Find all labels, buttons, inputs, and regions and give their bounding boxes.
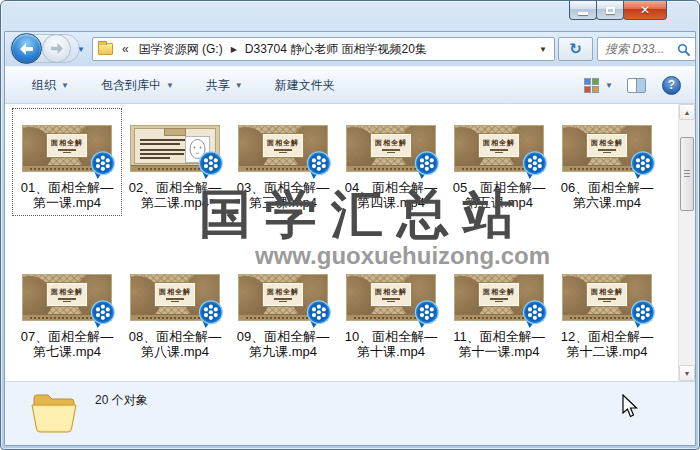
file-name: 12、面相全解— 第十二课.mp4 (553, 329, 661, 359)
thumb-panel-subtitle-bar2 (603, 152, 611, 153)
film-reel-icon (412, 150, 440, 180)
file-grid-row2: 面相全解 (13, 258, 661, 364)
thumb-panel-subtitle-bar2 (387, 152, 395, 153)
thumb-panel-subtitle-bar2 (279, 301, 287, 302)
window-controls: ✕ (570, 1, 667, 20)
scroll-up-icon[interactable]: ▲ (679, 104, 695, 120)
toolbar-new-folder-button[interactable]: 新建文件夹 (275, 77, 335, 94)
views-grid-icon[interactable] (584, 78, 599, 93)
file-name-line1: 02、面相全解— (121, 180, 229, 195)
forward-button[interactable] (42, 34, 71, 63)
address-dropdown-icon[interactable]: ▼ (539, 45, 547, 54)
address-bar[interactable]: « 国学资源网 (G:) ▶ D33704 静心老师 面相学视频20集 ▼ (92, 37, 555, 61)
minimize-button[interactable] (569, 1, 597, 20)
chevron-down-icon: ▼ (166, 81, 174, 90)
preview-pane-icon[interactable] (627, 78, 646, 93)
toolbar-share-label: 共享 (206, 77, 230, 94)
help-button[interactable]: ? (662, 76, 681, 95)
thumbnail-title-panel: 面相全解 (478, 282, 520, 307)
film-reel-icon (628, 150, 656, 180)
command-toolbar: 组织 ▼ 包含到库中 ▼ 共享 ▼ 新建文件夹 ▼ ? (5, 66, 695, 104)
thumb-panel-subtitle-bar (382, 149, 400, 151)
thumb-panel-subtitle-bar2 (63, 301, 71, 302)
search-box (597, 37, 696, 61)
slide-header-tab (164, 128, 186, 136)
file-name: 08、面相全解— 第八课.mp4 (121, 329, 229, 359)
close-button[interactable]: ✕ (623, 1, 667, 20)
film-reel-icon (304, 150, 332, 180)
file-name-line2: 第二课.mp4 (121, 195, 229, 210)
thumb-panel-title: 面相全解 (267, 288, 299, 295)
file-name-line2: 第三课.mp4 (229, 195, 337, 210)
search-input[interactable] (598, 42, 677, 56)
file-item[interactable]: 面相全解 (337, 258, 445, 364)
arrow-cursor-icon (621, 394, 638, 419)
video-thumbnail: 面相全解 (454, 274, 544, 321)
thumbnail-title-panel: 面相全解 (262, 282, 304, 307)
scrollbar-thumb[interactable] (680, 137, 694, 211)
thumbnail-title-panel: 面相全解 (262, 133, 304, 158)
file-name-line2: 第六课.mp4 (553, 195, 661, 210)
video-thumbnail: 面相全解 (562, 125, 652, 172)
toolbar-share-button[interactable]: 共享 ▼ (206, 77, 243, 94)
film-reel-icon (412, 299, 440, 329)
film-reel-icon (196, 299, 224, 329)
thumb-panel-subtitle-bar (598, 149, 616, 151)
scroll-down-icon[interactable]: ▼ (679, 365, 695, 381)
thumb-panel-subtitle-bar (490, 149, 508, 151)
thumb-panel-subtitle-bar (274, 298, 292, 300)
views-dropdown-icon[interactable]: ▼ (605, 81, 613, 90)
file-name-line1: 06、面相全解— (553, 180, 661, 195)
file-item[interactable]: 面相全解 (229, 258, 337, 364)
file-item[interactable]: 面相全解 (121, 109, 229, 215)
back-button[interactable] (11, 33, 42, 64)
video-thumbnail: 面相全解 (22, 125, 112, 172)
file-name-line2: 第一课.mp4 (13, 195, 121, 210)
file-item[interactable]: 面相全解 (553, 258, 661, 364)
file-item[interactable]: 面相全解 (337, 109, 445, 215)
breadcrumb-overflow-icon[interactable]: « (122, 42, 129, 56)
thumbnail-title-panel: 面相全解 (586, 133, 628, 158)
toolbar-new-folder-label: 新建文件夹 (275, 77, 335, 94)
film-reel-icon (520, 150, 548, 180)
file-name-line2: 第八课.mp4 (121, 344, 229, 359)
toolbar-include-in-library-button[interactable]: 包含到库中 ▼ (101, 77, 174, 94)
thumb-panel-subtitle-bar (58, 149, 76, 151)
breadcrumb-folder[interactable]: D33704 静心老师 面相学视频20集 (239, 38, 433, 61)
thumbnail-title-panel: 面相全解 (586, 282, 628, 307)
file-name: 11、面相全解— 第十一课.mp4 (445, 329, 553, 359)
thumbnail-title-panel: 面相全解 (46, 133, 88, 158)
slide-text-lines (140, 139, 190, 161)
file-item[interactable]: 面相全解 (445, 109, 553, 215)
file-name: 09、面相全解— 第九课.mp4 (229, 329, 337, 359)
chevron-down-icon: ▼ (235, 81, 243, 90)
thumb-panel-subtitle-bar (382, 298, 400, 300)
file-name: 01、面相全解— 第一课.mp4 (13, 180, 121, 210)
file-item[interactable]: 面相全解 (229, 109, 337, 215)
thumb-panel-title: 面相全解 (591, 139, 623, 146)
navigation-bar: ▼ « 国学资源网 (G:) ▶ D33704 静心老师 面相学视频20集 ▼ … (5, 32, 695, 66)
chevron-down-icon: ▼ (61, 81, 69, 90)
file-item[interactable]: 面相全解 (13, 109, 121, 215)
thumbnail-title-panel: 面相全解 (370, 133, 412, 158)
thumb-panel-subtitle-bar2 (171, 301, 179, 302)
file-item[interactable]: 面相全解 (13, 258, 121, 364)
history-dropdown-icon[interactable]: ▼ (77, 45, 85, 54)
maximize-button[interactable] (596, 1, 624, 20)
vertical-scrollbar[interactable]: ▲ ▼ (678, 104, 695, 381)
breadcrumb-separator-icon[interactable]: ▶ (229, 45, 239, 54)
toolbar-organize-button[interactable]: 组织 ▼ (32, 77, 69, 94)
thumb-panel-title: 面相全解 (591, 288, 623, 295)
file-item[interactable]: 面相全解 (445, 258, 553, 364)
close-icon: ✕ (640, 4, 650, 16)
file-item[interactable]: 面相全解 (121, 258, 229, 364)
breadcrumb-drive[interactable]: 国学资源网 (G:) (133, 38, 229, 61)
refresh-button[interactable]: ↻ (558, 37, 593, 61)
file-name-line2: 第十二课.mp4 (553, 344, 661, 359)
help-icon: ? (668, 78, 675, 92)
file-item[interactable]: 面相全解 (553, 109, 661, 215)
forward-arrow-icon (50, 43, 64, 54)
thumb-panel-title: 面相全解 (375, 288, 407, 295)
video-thumbnail: 面相全解 (346, 125, 436, 172)
video-thumbnail: 面相全解 (238, 125, 328, 172)
